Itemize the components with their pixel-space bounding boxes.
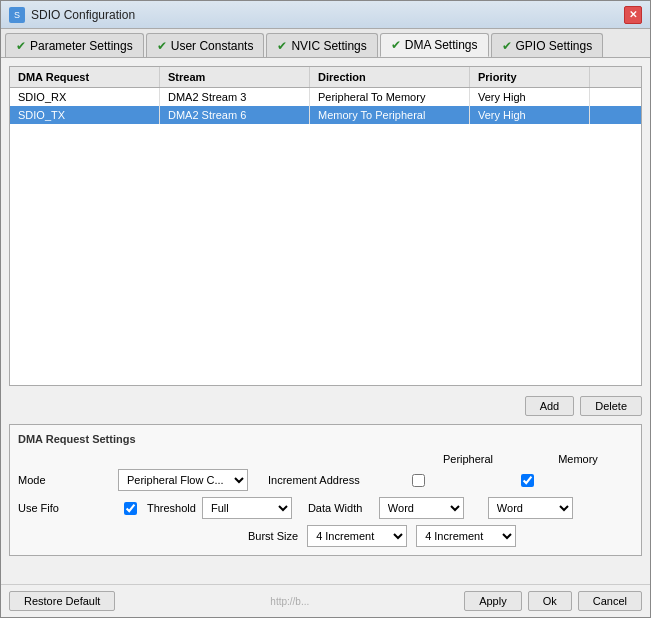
title-bar: S SDIO Configuration ✕ (1, 1, 650, 29)
peripheral-burst-cell: 4 Increment Single Transfer 8 Increment … (302, 525, 412, 547)
add-delete-row: Add Delete (9, 396, 642, 416)
cell-dma-request-1: SDIO_TX (10, 106, 160, 124)
mode-select[interactable]: Peripheral Flow C... (118, 469, 248, 491)
tab-parameter-settings[interactable]: ✔ Parameter Settings (5, 33, 144, 57)
tab-check-icon: ✔ (157, 39, 167, 53)
peripheral-memory-headers: Peripheral Memory (18, 453, 633, 465)
memory-col-header: Memory (523, 453, 633, 465)
memory-incr-checkbox-cell (478, 474, 578, 487)
peripheral-increment-checkbox[interactable] (412, 474, 425, 487)
peripheral-data-width-select[interactable]: Word Byte Half Word (379, 497, 464, 519)
tab-dma-label: DMA Settings (405, 38, 478, 52)
threshold-select[interactable]: Full Half Quarter (202, 497, 292, 519)
window-title: SDIO Configuration (31, 8, 135, 22)
tab-nvic-settings[interactable]: ✔ NVIC Settings (266, 33, 377, 57)
fifo-data-width-row: Use Fifo Threshold Full Half Quarter Dat… (18, 497, 633, 519)
apply-button[interactable]: Apply (464, 591, 522, 611)
tab-user-constants-label: User Constants (171, 39, 254, 53)
data-width-area: Data Width Word Byte Half Word Word Byte… (308, 497, 633, 519)
burst-size-area: Burst Size 4 Increment Single Transfer 8… (248, 525, 633, 547)
increment-address-label: Increment Address (268, 474, 360, 486)
cell-stream-1: DMA2 Stream 6 (160, 106, 310, 124)
tab-dma-settings[interactable]: ✔ DMA Settings (380, 33, 489, 57)
use-fifo-label: Use Fifo (18, 502, 118, 514)
dma-table: DMA Request Stream Direction Priority SD… (9, 66, 642, 386)
memory-data-width-select[interactable]: Word Byte Half Word (488, 497, 573, 519)
spacer (18, 453, 413, 465)
restore-default-button[interactable]: Restore Default (9, 591, 115, 611)
main-window: S SDIO Configuration ✕ ✔ Parameter Setti… (0, 0, 651, 618)
tab-check-icon: ✔ (502, 39, 512, 53)
memory-data-width-cell: Word Byte Half Word (480, 497, 580, 519)
ok-button[interactable]: Ok (528, 591, 572, 611)
peripheral-burst-select[interactable]: 4 Increment Single Transfer 8 Increment … (307, 525, 407, 547)
watermark: http://b... (115, 596, 464, 607)
peripheral-incr-checkbox-cell (364, 474, 474, 487)
tab-parameter-label: Parameter Settings (30, 39, 133, 53)
dma-request-settings: DMA Request Settings Peripheral Memory M… (9, 424, 642, 556)
add-button[interactable]: Add (525, 396, 575, 416)
data-width-label: Data Width (308, 502, 362, 514)
peripheral-data-width-cell: Word Byte Half Word (366, 497, 476, 519)
burst-size-label: Burst Size (248, 530, 298, 542)
content-area: DMA Request Stream Direction Priority SD… (1, 58, 650, 584)
cell-priority-1: Very High (470, 106, 590, 124)
tab-gpio-settings[interactable]: ✔ GPIO Settings (491, 33, 604, 57)
table-header: DMA Request Stream Direction Priority (10, 67, 641, 88)
cancel-button[interactable]: Cancel (578, 591, 642, 611)
use-fifo-section: Use Fifo Threshold Full Half Quarter (18, 497, 292, 519)
footer-buttons: Apply Ok Cancel (464, 591, 642, 611)
table-row[interactable]: SDIO_TX DMA2 Stream 6 Memory To Peripher… (10, 106, 641, 124)
mode-label: Mode (18, 474, 118, 486)
tab-user-constants[interactable]: ✔ User Constants (146, 33, 265, 57)
peripheral-col-header: Peripheral (413, 453, 523, 465)
col-header-stream: Stream (160, 67, 310, 87)
footer: Restore Default http://b... Apply Ok Can… (1, 584, 650, 617)
app-icon: S (9, 7, 25, 23)
tab-check-icon: ✔ (391, 38, 401, 52)
tab-check-icon: ✔ (16, 39, 26, 53)
tab-bar: ✔ Parameter Settings ✔ User Constants ✔ … (1, 29, 650, 58)
delete-button[interactable]: Delete (580, 396, 642, 416)
col-header-priority: Priority (470, 67, 590, 87)
cell-direction-1: Memory To Peripheral (310, 106, 470, 124)
col-header-dma-request: DMA Request (10, 67, 160, 87)
burst-size-row: Burst Size 4 Increment Single Transfer 8… (18, 525, 633, 547)
col-header-direction: Direction (310, 67, 470, 87)
cell-stream-0: DMA2 Stream 3 (160, 88, 310, 106)
tab-check-icon: ✔ (277, 39, 287, 53)
cell-direction-0: Peripheral To Memory (310, 88, 470, 106)
table-row[interactable]: SDIO_RX DMA2 Stream 3 Peripheral To Memo… (10, 88, 641, 106)
cell-priority-0: Very High (470, 88, 590, 106)
tab-nvic-label: NVIC Settings (291, 39, 366, 53)
incr-addr-area: Increment Address (248, 474, 633, 487)
mode-incr-row: Mode Peripheral Flow C... Increment Addr… (18, 469, 633, 491)
memory-burst-cell: 4 Increment Single Transfer 8 Increment … (416, 525, 516, 547)
tab-gpio-label: GPIO Settings (516, 39, 593, 53)
title-bar-left: S SDIO Configuration (9, 7, 135, 23)
memory-burst-select[interactable]: 4 Increment Single Transfer 8 Increment … (416, 525, 516, 547)
threshold-label: Threshold (147, 502, 196, 514)
settings-title: DMA Request Settings (18, 433, 633, 445)
close-button[interactable]: ✕ (624, 6, 642, 24)
use-fifo-checkbox[interactable] (124, 502, 137, 515)
cell-dma-request-0: SDIO_RX (10, 88, 160, 106)
memory-increment-checkbox[interactable] (521, 474, 534, 487)
